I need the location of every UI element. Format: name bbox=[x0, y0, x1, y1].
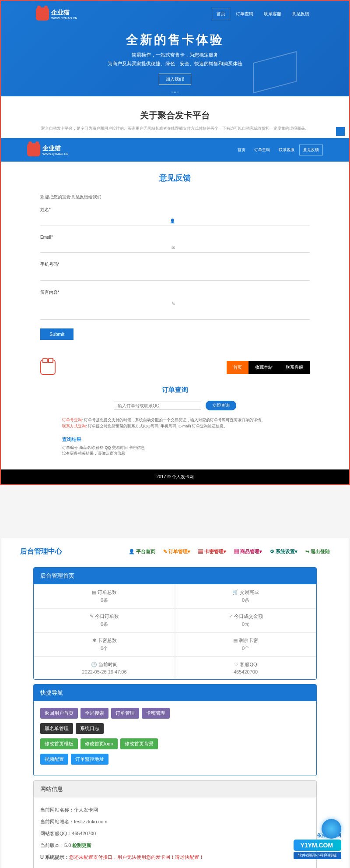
order-nav-home[interactable]: 首页 bbox=[227, 361, 248, 374]
stat-cell: ✎今日订单数0条 bbox=[34, 608, 175, 632]
search-button[interactable]: 立即查询 bbox=[206, 401, 236, 410]
quicknav-tag[interactable]: 全局搜索 bbox=[80, 708, 108, 719]
quicknav-tag[interactable]: 黑名单管理 bbox=[40, 723, 73, 734]
info-row: 当前网站名称：个人发卡网 bbox=[40, 804, 310, 816]
hero-nav-items: 首页 订单查询 联系客服 意见反馈 bbox=[212, 8, 314, 20]
stat-cell: 🕐当前时间2022-05-26 16:47:06 bbox=[34, 656, 175, 679]
nav-feedback[interactable]: 意见反馈 bbox=[287, 8, 314, 20]
order-nav-contact[interactable]: 联系客服 bbox=[279, 361, 310, 374]
logo-subtitle: WWW.QYMAO.CN bbox=[42, 152, 69, 155]
tag-row-1: 返回用户首页全局搜索订单管理卡密管理 bbox=[40, 708, 310, 719]
order-nav-fav[interactable]: 收藏本站 bbox=[248, 361, 279, 374]
nav-contact[interactable]: 联系客服 bbox=[259, 8, 286, 20]
hero-nav: 企业猫 WWW.QYMAO.CN 首页 订单查询 联系客服 意见反馈 bbox=[1, 1, 349, 27]
watermark-text: Y1YM.COM bbox=[294, 840, 341, 851]
info-row: 当前网站域名：test.zztuku.com bbox=[40, 816, 310, 828]
phone-label: 手机号码* bbox=[40, 261, 310, 268]
fb-nav-home[interactable]: 首页 bbox=[234, 145, 249, 155]
siteinfo-title: 网站信息 bbox=[34, 781, 316, 797]
stat-cell: 🛒交易完成0条 bbox=[175, 584, 316, 608]
logo-text: 企业猫 bbox=[51, 9, 70, 16]
tag-row-4: 视频配置订单监控地址 bbox=[40, 754, 310, 765]
quicknav-title: 快捷导航 bbox=[34, 685, 316, 701]
admin-title: 后台管理中心 bbox=[20, 547, 62, 556]
name-label: 姓名* bbox=[40, 207, 310, 213]
nav-home[interactable]: 首页 bbox=[212, 8, 230, 20]
feedback-form: 欢迎把您的宝贵意见反馈给我们 姓名* 👤 Email* ✉ 手机号码* 留言内容… bbox=[1, 194, 349, 353]
search-info: 订单号查询: 订单号是您提交支付的时候，系统自动分配的一个交易凭证，输入对应的订… bbox=[40, 417, 310, 430]
fb-nav-order[interactable]: 订单查询 bbox=[250, 145, 274, 155]
admin-nav-item[interactable]: 👤 平台首页 bbox=[129, 548, 155, 555]
quicknav-tag[interactable]: 修改首页logo bbox=[80, 738, 118, 749]
feedback-logo[interactable]: 企业猫 WWW.QYMAO.CN bbox=[27, 143, 69, 156]
about-title: 关于聚合发卡平台 bbox=[10, 109, 340, 121]
logo-cat-icon bbox=[27, 143, 40, 156]
quicknav-tag[interactable]: 卡密管理 bbox=[142, 708, 170, 719]
stat-cell: ▤订单总数0条 bbox=[34, 584, 175, 608]
fb-nav-contact[interactable]: 联系客服 bbox=[275, 145, 298, 155]
info2-text: 订单提交时您所预留的联系方式(QQ号码, 手机号码, E-mail) 订单查询验… bbox=[88, 424, 228, 428]
stat-cell: ♡客服QQ465420700 bbox=[175, 656, 316, 679]
email-label: Email* bbox=[40, 235, 310, 240]
admin-nav-item[interactable]: ✎ 订单管理▾ bbox=[163, 548, 190, 555]
stat-cell: ▤剩余卡密0个 bbox=[175, 632, 316, 656]
quicknav-tag[interactable]: 订单管理 bbox=[111, 708, 139, 719]
hero-subtitle-2: 为商户及其买家提供便捷、绿色、安全、快速的销售和购买体验 bbox=[1, 60, 349, 67]
result-title: 查询结果 bbox=[62, 436, 310, 443]
hero-section: 企业猫 WWW.QYMAO.CN 首页 订单查询 联系客服 意见反馈 全新的售卡… bbox=[0, 0, 350, 96]
result-empty: 没有更多相关结果，请确认查询信息 bbox=[40, 451, 310, 456]
admin-nav-item[interactable]: ⚙ 系统设置▾ bbox=[270, 548, 298, 555]
quicknav-tag[interactable]: 修改首页背景 bbox=[120, 738, 158, 749]
info-row: 网站客服QQ：465420700 bbox=[40, 828, 310, 840]
submit-button[interactable]: Submit bbox=[40, 328, 74, 340]
feedback-nav: 企业猫 WWW.QYMAO.CN 首页 订单查询 联系客服 意见反馈 bbox=[1, 138, 349, 162]
order-nav: 首页 收藏本站 联系客服 bbox=[40, 360, 310, 375]
form-description: 欢迎把您的宝贵意见反馈给我们 bbox=[40, 194, 310, 200]
check-update-link[interactable]: 检测更新 bbox=[72, 843, 91, 848]
warning-row: U 系统提示：您还未配置支付接口，用户无法使用您的发卡网！请尽快配置！ bbox=[40, 851, 310, 863]
hero-title: 全新的售卡体验 bbox=[1, 32, 349, 48]
result-header: 订单编号 商品名称 价格 QQ 交易时间 卡密信息 bbox=[40, 445, 310, 451]
order-nav-items: 首页 收藏本站 联系客服 bbox=[227, 361, 310, 374]
watermark: 依依源码网 Y1YM.COM 软件/源码/小程序/模板 bbox=[294, 832, 341, 859]
quicknav-tag[interactable]: 修改首页模板 bbox=[40, 738, 78, 749]
copyright-footer: 2017 © 个人发卡网 bbox=[1, 469, 349, 484]
quicknav-tag[interactable]: 返回用户首页 bbox=[40, 708, 78, 719]
email-input[interactable]: ✉ bbox=[40, 242, 310, 253]
nav-order[interactable]: 订单查询 bbox=[231, 8, 258, 20]
stat-cell: ✱卡密总数0个 bbox=[34, 632, 175, 656]
search-row: 立即查询 bbox=[40, 401, 310, 410]
edit-icon: ✎ bbox=[172, 301, 175, 306]
admin-section: 后台管理中心 👤 平台首页✎ 订单管理▾▤ 卡密管理▾▦ 商品管理▾⚙ 系统设置… bbox=[0, 538, 350, 868]
admin-header: 后台管理中心 👤 平台首页✎ 订单管理▾▤ 卡密管理▾▦ 商品管理▾⚙ 系统设置… bbox=[7, 545, 343, 563]
admin-nav-item[interactable]: ↪ 退出登陆 bbox=[305, 548, 330, 555]
mail-icon: ✉ bbox=[172, 245, 175, 250]
order-search-input[interactable] bbox=[114, 402, 201, 410]
logo[interactable]: 企业猫 WWW.QYMAO.CN bbox=[36, 7, 77, 21]
content-label: 留言内容* bbox=[40, 289, 310, 296]
admin-nav-item[interactable]: ▦ 商品管理▾ bbox=[234, 548, 262, 555]
content-textarea[interactable]: ✎ bbox=[40, 298, 310, 320]
logo-subtitle: WWW.QYMAO.CN bbox=[51, 17, 77, 20]
siteinfo-body: 当前网站名称：个人发卡网当前网站域名：test.zztuku.com网站客服QQ… bbox=[34, 797, 316, 868]
admin-nav-item[interactable]: ▤ 卡密管理▾ bbox=[198, 548, 226, 555]
info2-label: 联系方式查询: bbox=[62, 424, 87, 428]
quicknav-tag[interactable]: 订单监控地址 bbox=[71, 754, 108, 765]
join-button[interactable]: 加入我们! bbox=[159, 74, 192, 85]
watermark-magnifier-icon bbox=[322, 819, 341, 839]
quicknav-tag[interactable]: 系统日志 bbox=[76, 723, 104, 734]
order-logo-cat-icon[interactable] bbox=[40, 360, 56, 375]
carousel-dots[interactable]: ○ ● ○ bbox=[171, 90, 179, 94]
name-input[interactable]: 👤 bbox=[40, 215, 310, 226]
fb-nav-feedback[interactable]: 意见反馈 bbox=[299, 145, 323, 155]
admin-nav: 👤 平台首页✎ 订单管理▾▤ 卡密管理▾▦ 商品管理▾⚙ 系统设置▾↪ 退出登陆 bbox=[129, 548, 330, 555]
order-section: 首页 收藏本站 联系客服 订单查询 立即查询 订单号查询: 订单号是您提交支付的… bbox=[1, 353, 349, 456]
scroll-top-button[interactable] bbox=[336, 127, 345, 136]
phone-input[interactable] bbox=[40, 270, 310, 281]
info1-label: 订单号查询: bbox=[62, 418, 83, 422]
logo-text: 企业猫 bbox=[42, 145, 61, 152]
feedback-section: 企业猫 WWW.QYMAO.CN 首页 订单查询 联系客服 意见反馈 意见反馈 … bbox=[0, 138, 350, 485]
quicknav-tag[interactable]: 视频配置 bbox=[40, 754, 68, 765]
order-title: 订单查询 bbox=[40, 375, 310, 401]
about-description: 聚合自动发卡平台，是专门为商户和用户设计的。买家用户无需站长或者在线即能支付方式… bbox=[10, 126, 340, 131]
